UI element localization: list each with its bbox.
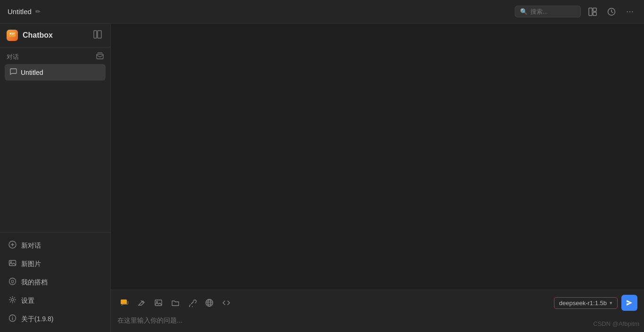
layout-button[interactable]: [586, 6, 600, 18]
svg-point-25: [157, 301, 158, 303]
svg-rect-15: [9, 260, 16, 266]
about-icon: [8, 314, 17, 324]
svg-line-26: [191, 302, 194, 304]
new-conversation-item[interactable]: 新对话: [4, 236, 107, 255]
page-title: Untitled: [8, 8, 32, 16]
model-selector[interactable]: deepseek-r1:1.5b ▾: [554, 297, 618, 309]
svg-rect-7: [12, 34, 14, 35]
svg-rect-0: [589, 8, 592, 16]
my-partner-item[interactable]: 我的搭档: [4, 273, 107, 292]
more-button[interactable]: ⋯: [623, 5, 636, 18]
send-button[interactable]: [621, 295, 637, 311]
input-area: deepseek-r1:1.5b ▾: [111, 290, 644, 332]
collapse-sidebar-button[interactable]: [91, 29, 104, 41]
svg-rect-8: [94, 31, 97, 38]
main-layout: Chatbox 对话: [0, 24, 644, 332]
edit-title-icon[interactable]: ✏: [35, 8, 41, 15]
new-image-label: 新图片: [21, 260, 41, 268]
folder-tool[interactable]: [168, 296, 182, 309]
svg-rect-6: [12, 33, 15, 34]
web-tool[interactable]: [202, 296, 216, 309]
image-tool[interactable]: [151, 296, 165, 309]
app-logo: [7, 30, 18, 41]
svg-rect-24: [155, 300, 162, 306]
new-conversation-label: 新对话: [21, 242, 41, 250]
conversation-item[interactable]: Untitled: [5, 64, 106, 81]
app-name: Chatbox: [23, 31, 53, 40]
input-tools-right: deepseek-r1:1.5b ▾: [554, 295, 637, 311]
sidebar-header-left: Chatbox: [7, 30, 53, 41]
about-label: 关于(1.9.8): [21, 315, 53, 324]
svg-rect-5: [10, 33, 11, 34]
svg-rect-2: [593, 12, 596, 16]
search-input[interactable]: [530, 8, 576, 15]
my-partner-label: 我的搭档: [21, 278, 48, 287]
title-bar: Untitled ✏ 🔍 ⋯: [0, 0, 644, 24]
svg-point-18: [11, 299, 14, 301]
sidebar-header: Chatbox: [0, 24, 110, 48]
about-item[interactable]: 关于(1.9.8): [4, 310, 107, 328]
input-tools-left: [117, 296, 233, 309]
message-input[interactable]: [117, 315, 637, 326]
chat-mode-tool[interactable]: [117, 296, 132, 309]
svg-point-21: [12, 316, 13, 317]
title-bar-title: Untitled ✏: [8, 8, 515, 16]
model-selector-arrow: ▾: [610, 300, 612, 306]
eraser-tool[interactable]: [134, 296, 149, 309]
svg-point-16: [10, 261, 12, 263]
chat-area: [111, 24, 644, 290]
settings-label: 设置: [21, 297, 34, 305]
svg-rect-9: [98, 31, 101, 38]
settings-icon: [8, 296, 17, 306]
title-bar-actions: 🔍 ⋯: [515, 5, 636, 18]
new-image-icon: [8, 259, 17, 269]
svg-rect-1: [593, 8, 596, 11]
svg-rect-10: [97, 54, 103, 59]
archive-button[interactable]: [96, 52, 104, 61]
svg-rect-22: [121, 300, 127, 304]
conversation-icon: [9, 68, 17, 77]
history-button[interactable]: [604, 6, 619, 18]
conversation-title: Untitled: [21, 69, 43, 76]
search-icon: 🔍: [520, 8, 528, 15]
code-tool[interactable]: [219, 296, 233, 309]
main-content: deepseek-r1:1.5b ▾: [111, 24, 644, 332]
svg-point-17: [9, 278, 16, 285]
conversations-section: 对话 Untitled: [0, 48, 110, 83]
sidebar-bottom: 新对话 新图片 我的搭: [0, 232, 110, 332]
search-box[interactable]: 🔍: [515, 6, 581, 17]
input-toolbar: deepseek-r1:1.5b ▾: [117, 295, 637, 311]
new-conversation-icon: [8, 241, 17, 251]
sidebar: Chatbox 对话: [0, 24, 111, 332]
settings-item[interactable]: 设置: [4, 292, 107, 310]
link-tool[interactable]: [185, 296, 199, 309]
conversations-label: 对话: [5, 52, 106, 61]
model-name: deepseek-r1:1.5b: [559, 300, 607, 307]
my-partner-icon: [8, 277, 17, 287]
new-image-item[interactable]: 新图片: [4, 255, 107, 273]
